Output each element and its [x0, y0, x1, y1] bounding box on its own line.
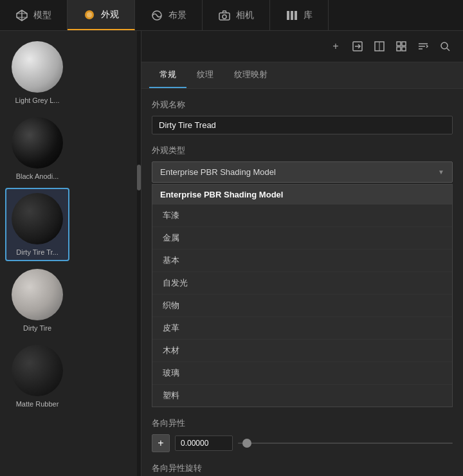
nav-tab-camera-label: 相机	[236, 10, 254, 21]
toolbar: +	[141, 31, 463, 62]
anisotropy-plus-btn[interactable]: +	[152, 434, 170, 452]
nav-tab-appearance-label: 外观	[101, 9, 119, 21]
dropdown-item-5[interactable]: 皮革	[152, 317, 452, 340]
sidebar-scrollbar[interactable]	[137, 31, 141, 476]
material-label-dirty-tire-tread: Dirty Tire Tr...	[7, 248, 68, 256]
sphere-matte-rubber	[12, 345, 63, 396]
dropdown-menu: Enterprise PBR Shading Model 车漆 金属 基本 自发…	[152, 184, 453, 407]
svg-rect-18	[397, 47, 401, 51]
top-nav: 模型 外观 布景 相机	[0, 0, 463, 31]
material-label-black-anodi: Black Anodi...	[7, 172, 68, 180]
tab-texture-map[interactable]: 纹理映射	[224, 62, 278, 88]
model-icon	[15, 9, 28, 22]
tab-general[interactable]: 常规	[149, 62, 186, 88]
appearance-name-label: 外观名称	[152, 99, 453, 111]
nav-tab-scene[interactable]: 布景	[135, 0, 203, 30]
anisotropy-group: 各向异性 +	[152, 417, 453, 452]
anisotropy-input[interactable]	[175, 435, 233, 451]
tab-texture-label: 纹理	[197, 69, 213, 79]
tab-texture[interactable]: 纹理	[186, 62, 224, 88]
dropdown-item-6[interactable]: 木材	[152, 340, 452, 362]
dropdown-item-4[interactable]: 织物	[152, 295, 452, 317]
svg-rect-9	[287, 11, 289, 20]
svg-point-23	[441, 42, 448, 49]
appearance-type-label: 外观类型	[152, 145, 453, 156]
toolbar-grid-btn[interactable]	[369, 36, 390, 57]
panel-content: 外观名称 外观类型 Enterprise PBR Shading Model E…	[141, 89, 463, 476]
nav-tab-model-label: 模型	[33, 10, 51, 21]
svg-rect-10	[291, 11, 293, 20]
main-layout: Light Grey L... Black Anodi... Dirty Tir…	[0, 31, 463, 476]
toolbar-add-btn[interactable]: +	[325, 36, 346, 57]
panel-tabs: 常规 纹理 纹理映射	[141, 62, 463, 89]
nav-tab-camera[interactable]: 相机	[203, 0, 270, 30]
material-label-dirty-tire: Dirty Tire	[7, 324, 68, 332]
appearance-type-group: 外观类型 Enterprise PBR Shading Model Enterp…	[152, 145, 453, 407]
nav-tab-library[interactable]: 库	[270, 0, 329, 30]
sphere-dirty-tire-tread	[12, 193, 63, 244]
nav-tab-model[interactable]: 模型	[0, 0, 68, 30]
toolbar-sort-btn[interactable]	[413, 36, 433, 57]
toolbar-search-btn[interactable]	[435, 36, 455, 57]
dropdown-item-7[interactable]: 玻璃	[152, 362, 452, 385]
anisotropy-slider-thumb[interactable]	[242, 439, 251, 448]
camera-icon	[218, 9, 231, 22]
material-item-black-anodi[interactable]: Black Anodi...	[5, 112, 69, 185]
right-panel: +	[141, 31, 463, 476]
toolbar-export-btn[interactable]	[347, 36, 368, 57]
svg-line-24	[447, 48, 449, 51]
tab-texture-map-label: 纹理映射	[234, 69, 268, 79]
dropdown-header: Enterprise PBR Shading Model	[152, 185, 452, 205]
sidebar: Light Grey L... Black Anodi... Dirty Tir…	[0, 31, 141, 476]
nav-tab-library-label: 库	[304, 10, 313, 21]
anisotropy-rotation-group: 各向异性旋转 +	[152, 462, 453, 476]
tab-general-label: 常规	[159, 69, 176, 79]
svg-point-8	[222, 15, 226, 19]
dropdown-item-0[interactable]: 车漆	[152, 205, 452, 227]
appearance-name-group: 外观名称	[152, 99, 453, 134]
material-item-matte-rubber[interactable]: Matte Rubber	[5, 340, 69, 413]
sphere-black-anodi	[12, 117, 63, 169]
dropdown-item-2[interactable]: 基本	[152, 250, 452, 272]
sidebar-scrollbar-thumb	[137, 165, 141, 190]
scene-icon	[150, 9, 163, 22]
svg-rect-19	[402, 47, 406, 51]
nav-tab-appearance[interactable]: 外观	[68, 0, 135, 30]
anisotropy-slider[interactable]	[238, 443, 453, 444]
appearance-type-dropdown-btn[interactable]: Enterprise PBR Shading Model	[152, 161, 453, 183]
anisotropy-rotation-label: 各向异性旋转	[152, 462, 453, 474]
anisotropy-label: 各向异性	[152, 417, 453, 429]
material-list: Light Grey L... Black Anodi... Dirty Tir…	[0, 31, 141, 476]
anisotropy-row: +	[152, 434, 453, 452]
sphere-dirty-tire	[12, 269, 63, 320]
svg-rect-17	[402, 42, 406, 46]
material-item-light-grey[interactable]: Light Grey L...	[5, 36, 69, 109]
nav-tab-scene-label: 布景	[168, 10, 186, 21]
dropdown-item-1[interactable]: 金属	[152, 227, 452, 250]
svg-point-5	[87, 12, 92, 17]
toolbar-layout-btn[interactable]	[391, 36, 412, 57]
appearance-type-dropdown-wrapper: Enterprise PBR Shading Model Enterprise …	[152, 161, 453, 407]
dropdown-item-3[interactable]: 自发光	[152, 272, 452, 295]
appearance-icon	[83, 8, 96, 21]
svg-rect-11	[295, 11, 297, 20]
svg-rect-16	[397, 42, 401, 46]
dropdown-selected-value: Enterprise PBR Shading Model	[160, 167, 276, 177]
appearance-name-input[interactable]	[152, 116, 453, 134]
sphere-light-grey	[12, 41, 63, 93]
material-item-dirty-tire[interactable]: Dirty Tire	[5, 264, 69, 337]
dropdown-item-8[interactable]: 塑料	[152, 385, 452, 407]
material-label-matte-rubber: Matte Rubber	[7, 400, 68, 408]
library-icon	[286, 9, 298, 22]
material-item-dirty-tire-tread[interactable]: Dirty Tire Tr...	[5, 188, 69, 261]
material-label-light-grey: Light Grey L...	[7, 96, 68, 104]
